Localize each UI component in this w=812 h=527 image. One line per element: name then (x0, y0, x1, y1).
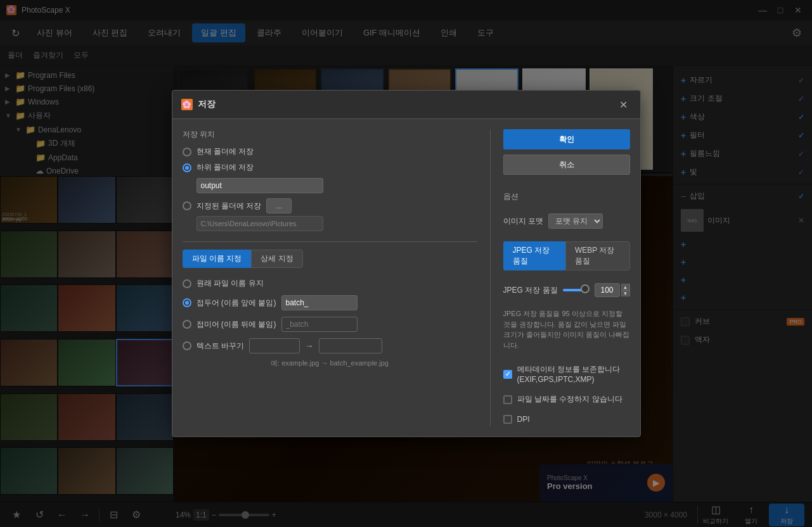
filename-example: 예: example.jpg → batch_example.jpg (183, 359, 477, 368)
radio-dot (185, 166, 189, 170)
save-location-title: 저장 위치 (183, 129, 477, 140)
spin-up-button[interactable]: ▲ (621, 284, 630, 290)
dpi-checkbox[interactable] (503, 415, 512, 424)
modal-vertical-divider (490, 129, 491, 426)
replace-to-input[interactable] (319, 338, 382, 353)
modal-header: 🌸 저장 ✕ (172, 91, 640, 119)
replace-arrow: → (305, 341, 314, 351)
radio-prefix (183, 298, 191, 307)
tab-webp-quality[interactable]: WEBP 저장 품질 (565, 241, 630, 270)
browse-button[interactable]: ... (266, 198, 292, 213)
quality-tabs: JPEG 저장 품질 WEBP 저장 품질 (503, 241, 630, 270)
prefix-input[interactable] (281, 295, 358, 310)
tab-jpeg-quality[interactable]: JPEG 저장 품질 (503, 241, 566, 270)
quality-label: JPEG 저장 품질 (503, 285, 558, 296)
subfolder-input[interactable] (197, 178, 323, 193)
modal-left-section: 저장 위치 현재 폴더에 저장 하위 폴더에 저장 (183, 129, 477, 426)
radio-suffix (183, 320, 191, 329)
fn-keep-original[interactable]: 원래 파일 이름 유지 (183, 278, 477, 289)
radio-circle-current (183, 148, 191, 156)
fn-suffix[interactable]: 접미어 (이름 뒤에 붙임) (183, 317, 477, 332)
modal-title: 저장 (198, 99, 216, 110)
filedate-checkbox[interactable] (503, 395, 512, 404)
filename-tabs: 파일 이름 지정 상세 지정 (183, 250, 477, 268)
save-location-options: 현재 폴더에 저장 하위 폴더에 저장 (183, 146, 477, 231)
quality-description: JPEG 저장 품질을 95 이상으로 지정할 것을 권장합니다. 품질 값이 … (503, 308, 630, 350)
modal-close-button[interactable]: ✕ (616, 97, 631, 112)
modal-body: 저장 위치 현재 폴더에 저장 하위 폴더에 저장 (172, 119, 640, 436)
save-modal: 🌸 저장 ✕ 저장 위치 현재 폴더에 저장 (172, 90, 641, 437)
path-input[interactable] (197, 216, 323, 231)
confirm-button[interactable]: 확인 (503, 129, 630, 149)
radio-dot-prefix (185, 301, 189, 305)
options-title: 옵션 (503, 191, 630, 202)
radio-circle-specified (183, 201, 191, 210)
spacer (503, 180, 630, 186)
suffix-input[interactable] (281, 317, 358, 332)
format-select[interactable]: 포맷 유지 (548, 213, 603, 229)
replace-from-input[interactable] (249, 338, 300, 353)
quality-value: ▲ ▼ (595, 283, 630, 297)
radio-subfolder[interactable]: 하위 폴더에 저장 (183, 162, 477, 173)
quality-handle (581, 284, 590, 293)
checkbox-dpi[interactable]: DPI (503, 412, 630, 426)
radio-replace (183, 341, 191, 350)
radio-subfolder-group: 하위 폴더에 저장 (183, 162, 477, 193)
radio-specified-folder-group: 지정된 폴더에 저장 ... (183, 198, 477, 231)
modal-right-section: 확인 취소 옵션 이미지 포맷 포맷 유지 JPEG 저장 품질 WEBP 저장… (503, 129, 630, 426)
cancel-button[interactable]: 취소 (503, 155, 630, 175)
metadata-checkbox[interactable]: ✓ (503, 370, 512, 379)
filename-options: 원래 파일 이름 유지 접두어 (이름 앞에 붙임) 접미어 (이름 뒤에 붙임… (183, 278, 477, 353)
checkbox-filedate[interactable]: 파일 날짜를 수정하지 않습니다 (503, 391, 630, 407)
format-label: 이미지 포맷 (503, 216, 543, 227)
fn-replace[interactable]: 텍스트 바꾸기 → (183, 338, 477, 353)
radio-circle-subfolder (183, 163, 191, 172)
checkbox-metadata[interactable]: ✓ 메타데이터 정보를 보존합니다 (EXIF,GPS,IPTC,XMP) (503, 362, 630, 386)
quality-slider[interactable] (563, 289, 590, 291)
modal-overlay: 🌸 저장 ✕ 저장 위치 현재 폴더에 저장 (0, 0, 812, 527)
modal-title-icon: 🌸 (181, 99, 193, 110)
quality-spinner: ▲ ▼ (621, 284, 630, 296)
quality-number-input[interactable] (595, 283, 620, 297)
format-row: 이미지 포맷 포맷 유지 (503, 213, 630, 229)
radio-keep (183, 279, 191, 288)
tab-filename-specify[interactable]: 파일 이름 지정 (183, 250, 252, 268)
radio-current-folder[interactable]: 현재 폴더에 저장 (183, 146, 477, 157)
quality-row: JPEG 저장 품질 ▲ ▼ (503, 283, 630, 297)
fn-prefix[interactable]: 접두어 (이름 앞에 붙임) (183, 295, 477, 310)
tab-filename-detail[interactable]: 상세 지정 (251, 250, 302, 268)
spin-down-button[interactable]: ▼ (621, 290, 630, 296)
check-mark: ✓ (505, 371, 510, 378)
modal-divider-1 (183, 241, 477, 242)
radio-specified-folder[interactable]: 지정된 폴더에 저장 ... (183, 198, 477, 213)
